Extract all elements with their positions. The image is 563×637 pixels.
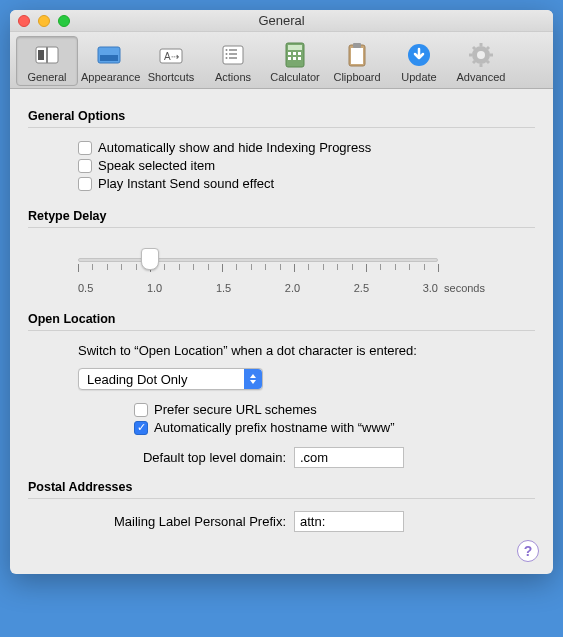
svg-rect-7 [223, 46, 243, 64]
tld-input[interactable] [294, 447, 404, 468]
checkbox-icon [78, 177, 92, 191]
update-icon [391, 41, 447, 69]
divider [28, 498, 535, 499]
prefix-input[interactable] [294, 511, 404, 532]
svg-line-32 [473, 61, 475, 63]
tab-clipboard[interactable]: Clipboard [326, 36, 388, 86]
content-area: General Options Automatically show and h… [10, 89, 553, 574]
svg-rect-14 [293, 52, 296, 55]
calculator-icon [267, 41, 323, 69]
section-open-location: Open Location [28, 312, 535, 326]
maximize-icon[interactable] [58, 15, 70, 27]
svg-rect-13 [288, 52, 291, 55]
appearance-icon [81, 41, 137, 69]
window-controls [18, 15, 70, 27]
retype-delay-slider[interactable] [78, 250, 438, 280]
chevron-updown-icon [244, 369, 262, 389]
checkbox-auto-www[interactable]: ✓ Automatically prefix hostname with “ww… [134, 420, 535, 435]
section-general-options: General Options [28, 109, 535, 123]
svg-rect-18 [298, 57, 301, 60]
divider [28, 127, 535, 128]
svg-point-9 [226, 53, 228, 55]
svg-line-29 [473, 47, 475, 49]
preferences-window: General General Appearance A⇢ Shortcuts … [10, 10, 553, 574]
svg-line-31 [487, 47, 489, 49]
tab-advanced[interactable]: Advanced [450, 36, 512, 86]
gear-icon [453, 41, 509, 69]
tab-actions[interactable]: Actions [202, 36, 264, 86]
svg-rect-16 [288, 57, 291, 60]
tab-update[interactable]: Update [388, 36, 450, 86]
checkbox-indexing-progress[interactable]: Automatically show and hide Indexing Pro… [78, 140, 535, 155]
svg-rect-20 [351, 48, 363, 64]
svg-rect-15 [298, 52, 301, 55]
svg-rect-2 [38, 50, 44, 60]
svg-rect-21 [353, 43, 361, 48]
checkbox-speak-selected[interactable]: Speak selected item [78, 158, 535, 173]
titlebar: General [10, 10, 553, 32]
checkbox-icon: ✓ [134, 421, 148, 435]
svg-point-10 [226, 57, 228, 59]
close-icon[interactable] [18, 15, 30, 27]
svg-rect-4 [100, 55, 118, 61]
divider [28, 227, 535, 228]
window-title: General [258, 13, 304, 28]
svg-rect-12 [288, 45, 302, 50]
svg-rect-17 [293, 57, 296, 60]
clipboard-icon [329, 41, 385, 69]
divider [28, 330, 535, 331]
tld-label: Default top level domain: [116, 450, 286, 465]
help-button[interactable]: ? [517, 540, 539, 562]
slider-unit: seconds [444, 282, 485, 294]
checkbox-icon [78, 159, 92, 173]
preferences-toolbar: General Appearance A⇢ Shortcuts Actions … [10, 32, 553, 89]
shortcuts-icon: A⇢ [143, 41, 199, 69]
tab-shortcuts[interactable]: A⇢ Shortcuts [140, 36, 202, 86]
tab-calculator[interactable]: Calculator [264, 36, 326, 86]
checkbox-instant-send-sound[interactable]: Play Instant Send sound effect [78, 176, 535, 191]
switch-icon [19, 41, 75, 69]
svg-line-30 [487, 61, 489, 63]
section-postal-addresses: Postal Addresses [28, 480, 535, 494]
tab-general[interactable]: General [16, 36, 78, 86]
dot-trigger-select[interactable]: Leading Dot Only [78, 368, 263, 390]
checkbox-icon [134, 403, 148, 417]
svg-text:A⇢: A⇢ [164, 51, 179, 62]
checkbox-prefer-secure[interactable]: Prefer secure URL schemes [134, 402, 535, 417]
open-location-prompt: Switch to “Open Location” when a dot cha… [78, 343, 535, 358]
checkbox-icon [78, 141, 92, 155]
section-retype-delay: Retype Delay [28, 209, 535, 223]
minimize-icon[interactable] [38, 15, 50, 27]
tab-appearance[interactable]: Appearance [78, 36, 140, 86]
slider-labels: 0.5 1.0 1.5 2.0 2.5 3.0 [78, 282, 438, 294]
svg-rect-1 [46, 47, 48, 63]
slider-thumb[interactable] [141, 248, 159, 270]
prefix-label: Mailing Label Personal Prefix: [78, 514, 286, 529]
actions-icon [205, 41, 261, 69]
svg-point-8 [226, 49, 228, 51]
svg-point-24 [477, 51, 485, 59]
